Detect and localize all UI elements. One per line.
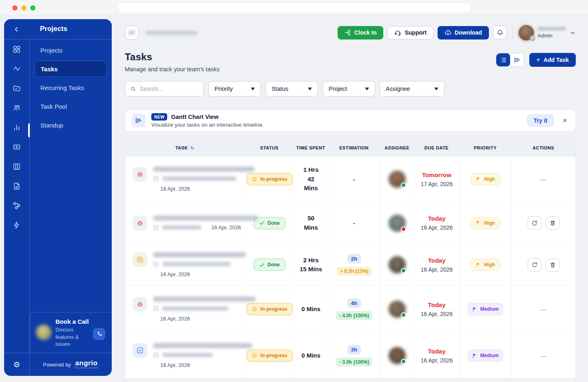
column-label: Status (260, 145, 279, 150)
caret-down-icon (434, 88, 438, 90)
due-date: 16 Apr, 2026 (421, 224, 453, 231)
column-header-assignee[interactable]: Assignee (380, 140, 414, 156)
hamburger-menu-button[interactable] (125, 26, 139, 40)
sidebar-rail-reports[interactable] (4, 118, 29, 137)
status-filter-dropdown[interactable]: Status (265, 81, 318, 97)
status-cell: In-progress (245, 156, 294, 202)
flag-icon (476, 220, 481, 226)
chevron-down-icon (570, 30, 576, 36)
page-subtitle: Manage and track your team's tasks (125, 66, 219, 72)
try-it-button[interactable]: Try it (527, 114, 554, 127)
priority-filter-dropdown[interactable]: Priority (208, 81, 261, 97)
banner-description: Visualize your tasks on an interactive t… (151, 122, 527, 128)
sidebar-title: Projects (40, 25, 67, 33)
blurred-task-tag (153, 176, 159, 182)
address-bar[interactable] (118, 3, 471, 13)
column-header-time-spent[interactable]: Time Spent (294, 140, 328, 156)
column-label: Task (175, 145, 188, 150)
assignee-avatar[interactable] (389, 215, 406, 232)
assignee-filter-dropdown[interactable]: Assignee (380, 81, 444, 97)
priority-badge: Medium (468, 303, 503, 315)
due-date: 16 Apr, 2026 (421, 311, 453, 317)
sidebar-rail-dashboard[interactable] (4, 40, 29, 59)
gantt-view-icon (514, 57, 521, 64)
zoom-window-button[interactable] (30, 5, 35, 11)
delete-task-button[interactable] (546, 216, 560, 230)
sidebar-item-task-pool[interactable]: Task Pool (35, 98, 107, 114)
list-view-button[interactable] (496, 53, 510, 66)
folder-icon (13, 84, 21, 92)
sidebar-item-tasks[interactable]: Tasks (35, 61, 107, 77)
sidebar-item-projects[interactable]: Projects (35, 42, 107, 58)
user-menu[interactable]: ✕ Admin (519, 25, 576, 40)
sidebar-rail-automation[interactable] (4, 215, 29, 235)
restore-task-button[interactable] (528, 258, 542, 272)
close-window-button[interactable] (12, 5, 18, 11)
user-status-badge: ✕ (530, 35, 535, 41)
search-input[interactable] (140, 86, 199, 92)
add-task-button[interactable]: + Add Task (529, 53, 576, 67)
column-header-task[interactable]: Task (125, 140, 245, 156)
priority-label: High (484, 176, 495, 182)
sidebar-collapse-button[interactable] (12, 25, 21, 34)
sidebar-rail-documents[interactable] (4, 176, 29, 196)
angrio-logo: angrio TECHNOLOGIES (74, 360, 99, 369)
table-row[interactable]: 16 Apr, 2026 In-progress 0 Mins 4h - 4.0… (125, 286, 575, 333)
restore-task-button[interactable] (528, 216, 542, 230)
assignee-avatar[interactable] (389, 256, 406, 273)
gantt-view-button[interactable] (510, 53, 524, 66)
assignee-avatar[interactable] (389, 171, 406, 188)
assignee-cell (380, 333, 414, 378)
support-label: Support (405, 29, 427, 36)
sidebar-rail-payroll[interactable] (4, 137, 29, 157)
sidebar-rail-workflow[interactable] (4, 196, 29, 215)
priority-badge: Medium (468, 349, 503, 362)
download-button[interactable]: Download (438, 26, 489, 40)
status-badge: In-progress (247, 303, 292, 315)
estimation-cell: 3h - 3.0h (100%) (328, 333, 380, 378)
delete-task-button[interactable] (546, 258, 560, 272)
status-label: In-progress (260, 306, 287, 312)
due-label: Today (428, 257, 445, 264)
column-header-due-date[interactable]: Due Date (414, 140, 459, 156)
page-title: Tasks (125, 51, 219, 63)
column-header-priority[interactable]: Priority (459, 140, 511, 156)
time-spent-cell: 2 Hrs 15 Mins (294, 244, 328, 285)
support-button[interactable]: Support (387, 26, 433, 40)
table-row[interactable]: 16 Apr, 2026 In-progress 1 Hrs 42 Mins -… (125, 156, 575, 202)
column-header-status[interactable]: Status (245, 140, 294, 156)
due-date: 17 Apr, 2026 (421, 181, 453, 187)
task-cell: 16 Apr, 2026 (125, 333, 245, 378)
caret-down-icon (251, 88, 255, 90)
task-cell: 16 Apr, 2026 (125, 202, 245, 244)
estimation-cell: - (328, 202, 380, 244)
clock-in-button[interactable]: Clock In (338, 26, 383, 40)
assignee-avatar[interactable] (389, 301, 406, 318)
blurred-task-tag (153, 352, 159, 358)
table-row[interactable]: 16 Apr, 2026 Done 50 Mins - Today16 Apr,… (125, 202, 575, 244)
due-date-cell: Today16 Apr, 2026 (414, 202, 459, 244)
sidebar-item-standup[interactable]: Standup (35, 117, 107, 133)
banner-close-icon[interactable]: ✕ (562, 117, 567, 124)
tasks-table: Task Status Time Spent Estimation Assign… (125, 139, 576, 382)
sidebar-rail-projects[interactable] (4, 79, 29, 98)
book-a-call-card[interactable]: Book a Call Discuss features & issues (30, 312, 112, 353)
gantt-promo-banner: NEW Gantt Chart View Visualize your task… (125, 110, 576, 132)
sidebar-rail-kanban[interactable] (4, 157, 29, 176)
table-row[interactable]: 16 Apr, 2026 Done 2 Hrs 15 Mins 2h + 0.3… (125, 244, 575, 286)
column-header-actions[interactable]: Actions (511, 140, 575, 156)
notifications-button[interactable] (493, 26, 507, 40)
refresh-icon (531, 220, 538, 226)
column-header-estimation[interactable]: Estimation (328, 140, 380, 156)
due-label: Today (428, 301, 445, 308)
project-filter-dropdown[interactable]: Project (323, 81, 375, 97)
sidebar-settings[interactable]: ⚙ (4, 353, 30, 376)
phone-call-button[interactable] (93, 328, 105, 340)
blurred-task-title (153, 252, 246, 257)
sidebar-rail-team[interactable] (4, 98, 29, 118)
minimize-window-button[interactable] (21, 5, 27, 11)
sidebar-item-recurring-tasks[interactable]: Recurring Tasks (35, 79, 107, 96)
table-row[interactable]: 16 Apr, 2026 In-progress 0 Mins 3h - 3.0… (125, 333, 575, 379)
sidebar-rail-activity[interactable] (4, 59, 29, 79)
assignee-avatar[interactable] (389, 347, 406, 364)
